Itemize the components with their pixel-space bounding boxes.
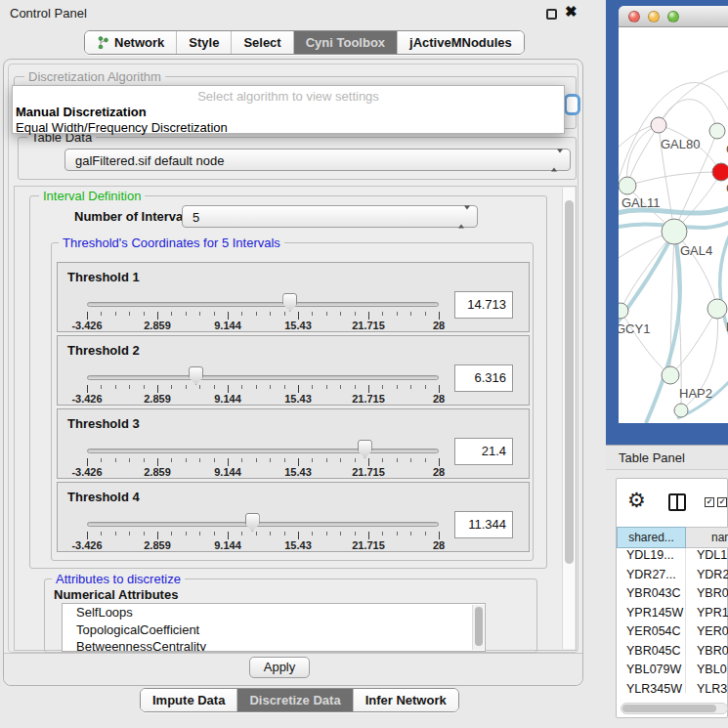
- apply-button[interactable]: Apply: [249, 657, 310, 678]
- tab-network[interactable]: Network: [85, 31, 177, 54]
- tick-mark: [144, 312, 145, 316]
- close-traffic-light[interactable]: [628, 11, 640, 22]
- scrollbar-thumb[interactable]: [622, 705, 716, 712]
- threshold-value-field[interactable]: 11.344: [454, 511, 513, 538]
- network-node-gal80[interactable]: [651, 117, 666, 133]
- tab-select[interactable]: Select: [232, 31, 293, 54]
- network-edge[interactable]: [659, 100, 717, 131]
- float-panel-icon[interactable]: [546, 9, 557, 20]
- table-row[interactable]: YBR045CYBR0: [617, 644, 728, 664]
- menu-item-equal-width-frequency[interactable]: Equal Width/Frequency Discretization: [16, 120, 228, 135]
- checkbox-icon[interactable]: ✓: [717, 497, 727, 507]
- checkbox-icon[interactable]: ✓: [705, 497, 714, 507]
- tick-mark: [115, 532, 116, 535]
- list-item[interactable]: BetweennessCentrality: [63, 638, 485, 652]
- table-row[interactable]: YBR043CYBR0: [617, 586, 728, 606]
- network-node-gcy1[interactable]: [619, 303, 628, 319]
- threshold-value-field[interactable]: 14.713: [454, 291, 513, 319]
- table-row[interactable]: YLR345WYLR3: [617, 682, 728, 694]
- tab-style[interactable]: Style: [177, 31, 232, 54]
- network-node-hap2[interactable]: [662, 366, 679, 384]
- table-row[interactable]: YER054CYER0: [617, 624, 728, 644]
- tab-cyni-toolbox[interactable]: Cyni Toolbox: [294, 31, 398, 54]
- table-row[interactable]: YPR145WYPR1: [617, 606, 728, 625]
- network-node-ga[interactable]: [709, 123, 725, 139]
- slider-thumb[interactable]: [358, 440, 372, 458]
- slider-thumb[interactable]: [245, 513, 260, 532]
- tick-mark: [298, 312, 299, 320]
- table-panel-title: Table Panel: [619, 450, 685, 465]
- network-node-gal11[interactable]: [619, 177, 636, 194]
- tab-label: Style: [189, 35, 219, 50]
- slider-track[interactable]: [87, 449, 439, 453]
- slider-track[interactable]: [87, 522, 439, 527]
- split-column-icon[interactable]: [668, 493, 686, 511]
- close-icon[interactable]: ✖: [565, 3, 578, 21]
- list-item[interactable]: TopologicalCoefficient: [63, 621, 485, 639]
- threshold-label: Threshold 1: [67, 270, 140, 284]
- network-node-h[interactable]: [707, 299, 727, 319]
- table-row[interactable]: YDR27...YDR2: [617, 568, 728, 587]
- table-body: YDL19...YDL1YDR27...YDR2YBR043CYBR0YPR14…: [617, 548, 728, 693]
- tick-mark: [368, 312, 369, 320]
- tick-mark: [397, 312, 398, 316]
- tick-mark: [425, 532, 426, 535]
- cell-name: YPR1: [686, 606, 728, 625]
- slider-track[interactable]: [87, 302, 439, 307]
- table-horizontal-scrollbar[interactable]: [621, 703, 728, 714]
- network-node[interactable]: [674, 404, 688, 417]
- tick-mark: [284, 458, 285, 462]
- network-edge[interactable]: [627, 125, 659, 186]
- tick-label: 21.715: [346, 539, 391, 551]
- tick-mark: [186, 532, 187, 535]
- network-node-c[interactable]: [712, 163, 728, 181]
- tab-jactivemnodules[interactable]: jActiveMNodules: [398, 31, 524, 54]
- algorithm-combobox-focus-ring[interactable]: [564, 94, 580, 115]
- network-edge[interactable]: [621, 311, 670, 375]
- tab-impute-data[interactable]: Impute Data: [141, 689, 237, 711]
- threshold-value-field[interactable]: 6.316: [454, 364, 513, 392]
- network-canvas[interactable]: GAL80GACGAL11GAL4GCY1HHAP2: [619, 27, 728, 423]
- table-header-row: shared... name: [617, 527, 728, 548]
- table-row[interactable]: YBL079WYBL0: [617, 663, 728, 682]
- network-window-titlebar[interactable]: [619, 6, 728, 27]
- minimize-traffic-light[interactable]: [648, 11, 660, 22]
- slider-thumb[interactable]: [189, 366, 203, 385]
- settings-vertical-scrollbar[interactable]: [562, 188, 575, 649]
- num-intervals-combobox[interactable]: 5: [182, 205, 478, 228]
- tab-label: Cyni Toolbox: [306, 35, 385, 50]
- gear-icon[interactable]: ⚙: [627, 490, 646, 510]
- tick-mark: [87, 312, 88, 320]
- table-data-combobox[interactable]: galFiltered.sif default node: [64, 149, 571, 171]
- tick-mark: [101, 458, 102, 462]
- tick-label: 21.715: [346, 320, 391, 331]
- slider-track[interactable]: [87, 375, 439, 380]
- network-edge[interactable]: [627, 172, 721, 186]
- menu-item-manual-discretization[interactable]: Manual Discretization: [16, 105, 147, 119]
- tab-discretize-data[interactable]: Discretize Data: [237, 689, 353, 711]
- tick-mark: [382, 385, 383, 389]
- tick-mark: [439, 312, 440, 320]
- network-edge[interactable]: [627, 125, 659, 186]
- table-row[interactable]: YDL19...YDL1: [617, 548, 728, 568]
- column-header-shared-name[interactable]: shared...: [617, 527, 686, 548]
- network-edge-highlighted[interactable]: [619, 232, 674, 332]
- network-edge-highlighted[interactable]: [646, 232, 680, 423]
- tick-mark: [439, 532, 440, 539]
- tick-mark: [382, 312, 383, 316]
- network-edge[interactable]: [659, 70, 728, 125]
- list-item[interactable]: SelfLoops: [63, 604, 485, 621]
- attributes-list-scrollbar[interactable]: [472, 605, 484, 650]
- threshold-value-field[interactable]: 21.4: [454, 438, 513, 465]
- slider-thumb[interactable]: [282, 293, 297, 312]
- numerical-attributes-list[interactable]: SelfLoopsTopologicalCoefficientBetweenne…: [62, 603, 486, 652]
- tick-label: -3.426: [64, 320, 109, 331]
- network-node-gal4[interactable]: [662, 219, 687, 244]
- zoom-traffic-light[interactable]: [667, 11, 679, 22]
- tick-mark: [214, 385, 215, 389]
- scrollbar-thumb[interactable]: [565, 200, 574, 564]
- column-header-name[interactable]: name: [686, 527, 728, 548]
- tick-mark: [298, 532, 299, 539]
- scrollbar-thumb[interactable]: [475, 607, 483, 646]
- tab-infer-network[interactable]: Infer Network: [354, 689, 458, 711]
